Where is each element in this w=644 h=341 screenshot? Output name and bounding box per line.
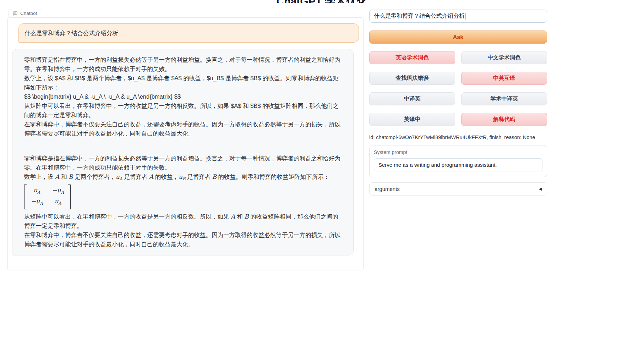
matrix-left-bracket <box>24 185 27 209</box>
main-row: Chatbot 什么是零和博弈？结合公式介绍分析 零和博弈是指在博弈中，一方的利… <box>0 3 644 270</box>
arguments-accordion-label: arguments <box>375 186 400 192</box>
function-button-grid: 英语学术润色 中文学术润色 查找语法错误 中英互译 中译英 学术中译英 英译中 … <box>369 51 547 126</box>
matrix-cell: −uA <box>52 186 64 197</box>
chatbot-column: Chatbot 什么是零和博弈？结合公式介绍分析 零和博弈是指在博弈中，一方的利… <box>7 9 364 270</box>
bot-raw-latex-formula: $$ \begin{bmatrix} u_A & -u_A \ -u_A & u… <box>24 92 343 101</box>
chatbot-tab: Chatbot <box>9 9 41 17</box>
bot-rendered-paragraph: 从矩阵中可以看出，在零和博弈中，一方的收益是另一方的相反数。所以，如果 A 和 … <box>24 212 343 230</box>
matrix-cell: −uA <box>31 197 43 208</box>
bot-raw-paragraph: 零和博弈是指在博弈中，一方的利益损失必然等于另一方的利益增益。换言之，对于每一种… <box>24 55 343 73</box>
ask-button[interactable]: Ask <box>369 31 547 44</box>
query-input-value: 什么是零和博弈？结合公式介绍分析 <box>374 12 465 20</box>
system-prompt-input[interactable]: Serve me as a writing and programming as… <box>374 158 542 171</box>
app-root: ChatGPT 学术优化 Chatbot 什么是零和博弈？结合公式介绍分析 <box>0 0 644 341</box>
query-input[interactable]: 什么是零和博弈？结合公式介绍分析 <box>369 10 547 23</box>
system-prompt-label: System prompt <box>374 149 542 155</box>
btn-explain-code[interactable]: 解释代码 <box>461 113 547 126</box>
btn-chinese-academic-polish[interactable]: 中文学术润色 <box>461 51 547 64</box>
matrix-cells: uA −uA −uA uA <box>27 185 68 209</box>
arguments-accordion[interactable]: arguments ◀ <box>369 182 547 196</box>
controls-column: 什么是零和博弈？结合公式介绍分析 Ask 英语学术润色 中文学术润色 查找语法错… <box>369 10 547 196</box>
btn-find-grammar-errors[interactable]: 查找语法错误 <box>369 72 455 85</box>
bot-rendered-paragraph: 数学上，设 A 和 B 是两个博弈者，uA 是博弈者 A 的收益，uB 是博弈者… <box>24 172 343 183</box>
bot-raw-paragraph: 数学上，设 $A$ 和 $B$ 是两个博弈者，$u_A$ 是博弈者 $A$ 的收… <box>24 73 343 92</box>
bot-raw-paragraph: 在零和博弈中，博弈者不仅要关注自己的收益，还需要考虑对手的收益。因为一方取得的收… <box>24 120 343 138</box>
bot-message: 零和博弈是指在博弈中，一方的利益损失必然等于另一方的利益增益。换言之，对于每一种… <box>12 49 354 255</box>
payoff-matrix: uA −uA −uA uA <box>24 185 71 209</box>
bot-rendered-paragraph: 在零和博弈中，博弈者不仅要关注自己的收益，还需要考虑对手的收益。因为一方取得的收… <box>24 230 343 249</box>
bot-answer-raw: 零和博弈是指在博弈中，一方的利益损失必然等于另一方的利益增益。换言之，对于每一种… <box>24 55 343 138</box>
btn-english-academic-polish[interactable]: 英语学术润色 <box>369 51 455 64</box>
matrix-cell: uA <box>33 186 40 197</box>
system-prompt-panel: System prompt Serve me as a writing and … <box>369 145 547 177</box>
app-header: ChatGPT 学术优化 <box>0 0 644 3</box>
bot-rendered-paragraph: 零和博弈是指在博弈中，一方的利益损失必然等于另一方的利益增益。换言之，对于每一种… <box>24 154 343 172</box>
bot-raw-paragraph: 从矩阵中可以看出，在零和博弈中，一方的收益是另一方的相反数。所以，如果 $A$ … <box>24 101 343 120</box>
btn-zh-to-en[interactable]: 中译英 <box>369 92 455 105</box>
chat-bubble-icon <box>13 11 18 16</box>
matrix-cell: uA <box>55 197 61 208</box>
status-line: id: chatcmpl-6wOo7KrYTwMl89lbrMWRu4UkFFX… <box>369 134 547 140</box>
btn-academic-zh-to-en[interactable]: 学术中译英 <box>461 92 547 105</box>
btn-zh-en-mutual-translate[interactable]: 中英互译 <box>461 72 547 85</box>
page-title: ChatGPT 学术优化 <box>277 0 368 3</box>
btn-en-to-zh[interactable]: 英译中 <box>369 113 455 126</box>
chatbot-panel: 什么是零和博弈？结合公式介绍分析 零和博弈是指在博弈中，一方的利益损失必然等于另… <box>7 17 364 270</box>
user-message-text: 什么是零和博弈？结合公式介绍分析 <box>24 30 118 36</box>
chatbot-tab-label: Chatbot <box>20 11 37 16</box>
matrix-right-bracket <box>68 185 71 209</box>
accordion-collapsed-arrow-icon: ◀ <box>539 187 542 191</box>
system-prompt-value: Serve me as a writing and programming as… <box>378 162 497 168</box>
bot-answer-rendered: 零和博弈是指在博弈中，一方的利益损失必然等于另一方的利益增益。换言之，对于每一种… <box>24 154 343 249</box>
text-cursor <box>465 13 465 20</box>
user-message: 什么是零和博弈？结合公式介绍分析 <box>18 23 359 43</box>
